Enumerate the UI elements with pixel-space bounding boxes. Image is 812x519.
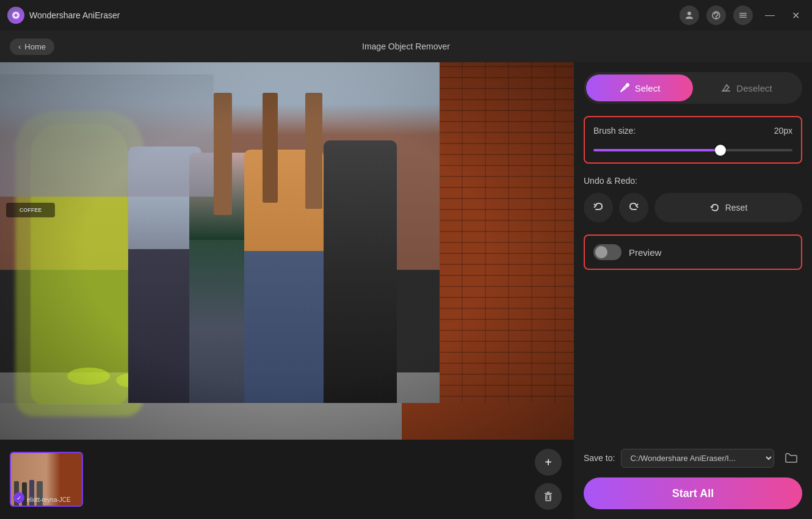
- page-title: Image Object Remover: [362, 42, 450, 51]
- titlebar: Wondershare AniEraser — ✕: [0, 0, 812, 31]
- browse-folder-button[interactable]: [780, 447, 802, 469]
- reset-label: Reset: [725, 203, 748, 212]
- svg-rect-7: [546, 495, 551, 501]
- thumbnail-item[interactable]: ✓ eliott-reyna-JCE: [10, 452, 83, 507]
- canvas-wrapper: COFFEE: [0, 62, 574, 440]
- main-content: COFFEE ✓: [0, 62, 812, 519]
- filmstrip: ✓ eliott-reyna-JCE +: [0, 440, 574, 519]
- app-title: Wondershare AniEraser: [29, 10, 680, 20]
- brush-size-label: Brush size:: [593, 126, 636, 136]
- start-all-button[interactable]: Start All: [584, 477, 802, 509]
- preview-section: Preview: [584, 234, 802, 270]
- preview-label: Preview: [629, 247, 661, 258]
- reset-icon: [709, 202, 720, 213]
- start-all-label: Start All: [672, 487, 714, 499]
- preview-toggle[interactable]: [593, 244, 622, 260]
- brush-size-slider[interactable]: [593, 149, 792, 151]
- brush-size-section: Brush size: 20px: [584, 116, 802, 164]
- home-label: Home: [24, 42, 46, 51]
- support-icon-btn[interactable]: [706, 5, 726, 25]
- title-controls: — ✕: [680, 5, 805, 25]
- undo-button[interactable]: [584, 193, 613, 222]
- reset-button[interactable]: Reset: [654, 193, 802, 222]
- deselect-label: Deselect: [736, 83, 772, 93]
- spacer: [584, 282, 802, 447]
- svg-point-12: [626, 84, 629, 86]
- svg-rect-5: [739, 15, 747, 16]
- brush-size-value: 20px: [774, 126, 792, 136]
- undo-icon: [592, 201, 605, 214]
- thumbnail-label: eliott-reyna-JCE: [27, 496, 71, 503]
- brush-icon: [619, 82, 630, 93]
- back-chevron-icon: ‹: [18, 42, 21, 51]
- plus-icon: +: [545, 455, 552, 470]
- save-path-select[interactable]: C:/Wondershare AniEraser/I...: [621, 449, 774, 468]
- redo-button[interactable]: [619, 193, 648, 222]
- filmstrip-actions: +: [535, 449, 562, 510]
- select-button[interactable]: Select: [586, 74, 693, 101]
- image-viewport[interactable]: COFFEE: [0, 62, 574, 440]
- app-logo: [7, 7, 24, 24]
- eraser-icon: [720, 82, 731, 93]
- delete-file-button[interactable]: [535, 483, 562, 510]
- svg-rect-4: [739, 13, 747, 14]
- select-deselect-toggle: Select Deselect: [584, 72, 802, 104]
- right-panel: Select Deselect Brush size: 20px Undo & …: [574, 62, 812, 519]
- save-section: Save to: C:/Wondershare AniEraser/I...: [584, 447, 802, 469]
- toggle-knob: [595, 246, 607, 258]
- undo-redo-section: Undo & Redo:: [584, 176, 802, 222]
- home-button[interactable]: ‹ Home: [10, 38, 54, 55]
- menu-icon-btn[interactable]: [733, 5, 753, 25]
- select-label: Select: [635, 83, 661, 93]
- check-badge: ✓: [13, 492, 24, 503]
- navbar: ‹ Home Image Object Remover: [0, 31, 812, 62]
- close-button[interactable]: ✕: [787, 7, 805, 24]
- minimize-button[interactable]: —: [760, 7, 780, 23]
- trash-icon: [542, 490, 554, 503]
- profile-icon-btn[interactable]: [680, 5, 699, 25]
- brush-header: Brush size: 20px: [593, 126, 792, 136]
- redo-icon: [627, 201, 640, 214]
- canvas-area: COFFEE ✓: [0, 62, 574, 519]
- folder-icon: [785, 452, 798, 463]
- add-file-button[interactable]: +: [535, 449, 562, 476]
- svg-point-1: [687, 12, 691, 15]
- svg-rect-6: [739, 17, 747, 18]
- save-to-label: Save to:: [584, 453, 615, 463]
- undo-redo-label: Undo & Redo:: [584, 176, 802, 186]
- undo-redo-buttons: Reset: [584, 193, 802, 222]
- deselect-button[interactable]: Deselect: [693, 74, 800, 101]
- svg-point-3: [716, 18, 716, 18]
